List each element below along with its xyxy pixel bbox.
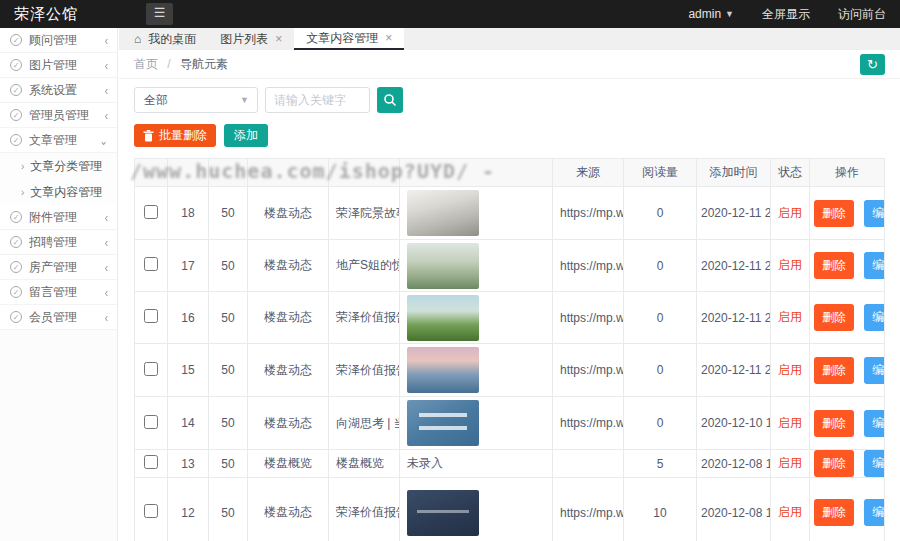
sidebar-item-attachments[interactable]: ✓ 附件管理 ‹ [0,205,117,230]
status-badge: 启用 [771,292,810,344]
close-icon[interactable]: × [385,28,392,48]
edit-button[interactable]: 编辑 [864,252,884,279]
cell-category: 楼盘动态 [248,344,329,397]
home-icon: ⌂ [134,28,141,50]
sidebar-toggle-button[interactable]: ☰ [146,3,173,25]
edit-button[interactable]: 编辑 [864,450,884,477]
sidebar-item-article-categories[interactable]: › 文章分类管理 [0,153,117,179]
tab-image-list[interactable]: 图片列表 × [208,28,294,50]
header-actions: 操作 [810,159,885,187]
header-id [168,159,209,187]
user-name: admin [688,7,721,21]
menu-icon: ☰ [154,5,166,20]
cell-source [553,450,624,478]
cell-views: 0 [624,344,697,397]
row-checkbox[interactable] [144,205,158,219]
sidebar-item-images[interactable]: ✓ 图片管理 ‹ [0,53,117,78]
delete-button[interactable]: 删除 [814,450,854,477]
delete-button[interactable]: 删除 [814,252,854,279]
edit-button[interactable]: 编辑 [864,200,884,227]
cell-created: 2020-12-10 10:... [697,397,771,450]
check-circle-icon: ✓ [10,109,22,121]
keyword-input[interactable] [265,87,370,113]
search-icon [383,93,397,107]
cell-category: 楼盘动态 [248,240,329,292]
search-button[interactable] [377,87,403,113]
row-checkbox[interactable] [144,257,158,271]
sidebar-item-recruiting[interactable]: ✓ 招聘管理 ‹ [0,230,117,255]
check-circle-icon: ✓ [10,211,22,223]
cell-created: 2020-12-11 21:... [697,187,771,240]
row-checkbox[interactable] [144,455,158,469]
edit-button[interactable]: 编辑 [864,499,884,526]
sidebar-item-system[interactable]: ✓ 系统设置 ‹ [0,78,117,103]
row-checkbox[interactable] [144,309,158,323]
cell-created: 2020-12-11 21:... [697,240,771,292]
sidebar-item-admins[interactable]: ✓ 管理员管理 ‹ [0,103,117,128]
check-circle-icon: ✓ [10,311,22,323]
status-badge: 启用 [771,450,810,478]
edit-button[interactable]: 编辑 [864,357,884,384]
breadcrumb: 首页 / 导航元素 [134,50,228,79]
row-checkbox[interactable] [144,415,158,429]
content-panel: 全部 ▼ 批量删除 [119,79,900,541]
article-thumbnail [407,400,479,446]
sidebar-item-article-content[interactable]: › 文章内容管理 [0,179,117,205]
sidebar-item-members[interactable]: ✓ 会员管理 ‹ [0,305,117,330]
fullscreen-link[interactable]: 全屏显示 [762,6,810,23]
delete-button[interactable]: 删除 [814,304,854,331]
batch-delete-button[interactable]: 批量删除 [134,124,216,147]
cell-created: 2020-12-08 17:... [697,450,771,478]
cell-category: 楼盘动态 [248,397,329,450]
table-row: 18 50 楼盘动态 荣泽院景故事 | ... https://mp.weixi… [135,187,885,240]
header-title [329,159,400,187]
cell-title: 向湖思考 | 当西... [329,397,400,450]
cell-sort: 50 [209,292,248,344]
user-menu[interactable]: admin ▼ [688,7,734,21]
article-table: 来源 阅读量 添加时间 状态 操作 18 50 楼盘动态 [134,158,885,541]
delete-button[interactable]: 删除 [814,200,854,227]
add-button[interactable]: 添加 [224,124,268,147]
header-created: 添加时间 [697,159,771,187]
tab-article-content[interactable]: 文章内容管理 × [294,28,404,50]
cell-created: 2020-12-11 21:... [697,344,771,397]
delete-button[interactable]: 删除 [814,410,854,437]
sidebar-item-articles[interactable]: ✓ 文章管理 ⌄ [0,128,117,153]
cell-id: 12 [168,478,209,541]
close-icon[interactable]: × [275,28,282,50]
edit-button[interactable]: 编辑 [864,410,884,437]
row-checkbox[interactable] [144,362,158,376]
tab-my-desktop[interactable]: ⌂ 我的桌面 [122,28,208,50]
delete-button[interactable]: 删除 [814,357,854,384]
cell-id: 16 [168,292,209,344]
refresh-button[interactable]: ↻ [860,54,885,75]
breadcrumb-home[interactable]: 首页 [134,57,158,71]
cell-title: 荣泽院景故事 | ... [329,187,400,240]
breadcrumb-row: 首页 / 导航元素 ↻ [119,50,900,79]
row-checkbox[interactable] [144,504,158,518]
status-badge: 启用 [771,344,810,397]
sidebar-item-consultant[interactable]: ✓ 顾问管理 ‹ [0,28,117,53]
sidebar-item-property[interactable]: ✓ 房产管理 ‹ [0,255,117,280]
header-image [400,159,553,187]
cell-category: 楼盘动态 [248,292,329,344]
sidebar-item-messages[interactable]: ✓ 留言管理 ‹ [0,280,117,305]
visit-frontend-link[interactable]: 访问前台 [838,6,886,23]
refresh-icon: ↻ [867,57,878,72]
chevron-left-icon: ‹ [105,310,108,324]
cell-sort: 50 [209,450,248,478]
cell-views: 0 [624,397,697,450]
table-row: 15 50 楼盘动态 荣泽价值报告 | ... https://mp.weixi… [135,344,885,397]
category-select[interactable]: 全部 ▼ [134,87,258,113]
check-circle-icon: ✓ [10,34,22,46]
table-row: 13 50 楼盘概览 楼盘概览 未录入 5 2020-12-08 17:... … [135,450,885,478]
table-row: 17 50 楼盘动态 地产S姐的惊叹... https://mp.weixi..… [135,240,885,292]
article-thumbnail [407,190,479,236]
cell-created: 2020-12-11 21:... [697,292,771,344]
cell-views: 10 [624,478,697,541]
header-sort [209,159,248,187]
edit-button[interactable]: 编辑 [864,304,884,331]
cell-views: 0 [624,187,697,240]
check-circle-icon: ✓ [10,134,22,146]
delete-button[interactable]: 删除 [814,499,854,526]
